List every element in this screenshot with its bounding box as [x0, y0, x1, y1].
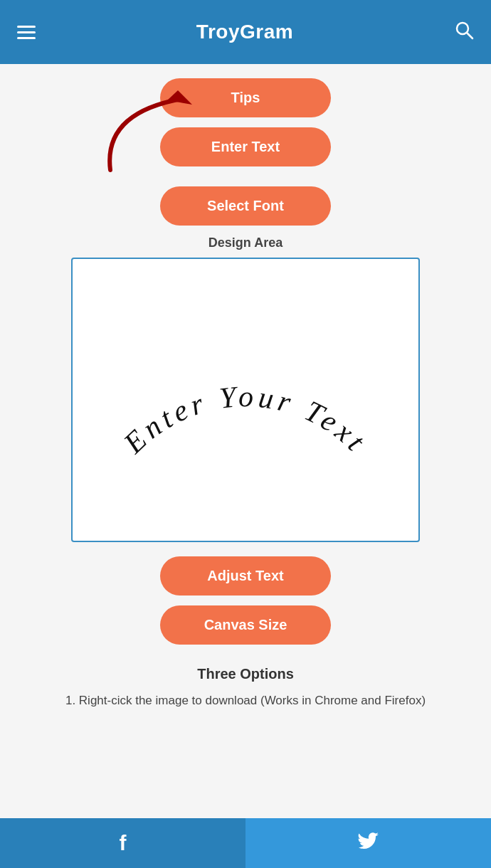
enter-text-button[interactable]: Enter Text — [160, 127, 331, 166]
select-font-button[interactable]: Select Font — [160, 186, 331, 226]
twitter-button[interactable] — [246, 818, 491, 868]
tips-button[interactable]: Tips — [160, 78, 331, 117]
app-header: TroyGram — [0, 0, 491, 64]
facebook-button[interactable]: f — [0, 818, 246, 868]
hamburger-menu-icon[interactable] — [17, 26, 36, 39]
svg-text:Enter Your Text: Enter Your Text — [117, 380, 374, 460]
app-title: TroyGram — [196, 21, 293, 43]
app-footer: f — [0, 818, 491, 868]
svg-line-1 — [467, 33, 472, 38]
main-content: Tips Enter Text Select Font Design Area … — [0, 64, 491, 818]
facebook-icon: f — [120, 831, 127, 855]
adjust-text-button[interactable]: Adjust Text — [160, 556, 331, 596]
three-options-section: Three Options 1. Right-cick the image to… — [0, 666, 491, 710]
search-icon[interactable] — [454, 20, 474, 45]
twitter-icon — [357, 830, 380, 857]
design-canvas: Enter Your Text — [71, 258, 420, 542]
three-options-title: Three Options — [197, 666, 294, 682]
design-area-label: Design Area — [208, 235, 283, 250]
canvas-size-button[interactable]: Canvas Size — [160, 605, 331, 645]
three-options-option1: 1. Right-cick the image to download (Wor… — [44, 691, 447, 710]
enter-text-row: Enter Text — [75, 127, 416, 176]
